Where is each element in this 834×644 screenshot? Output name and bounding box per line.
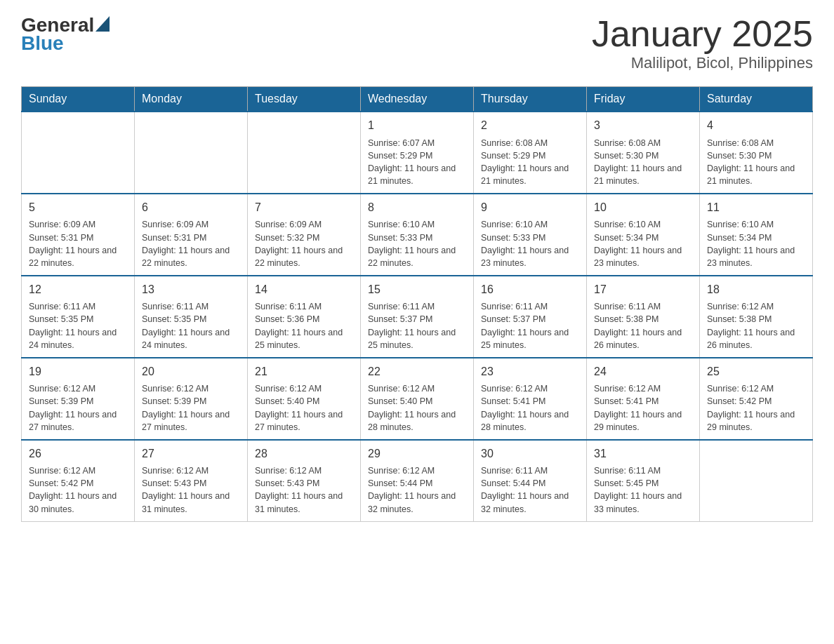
day-info: Sunrise: 6:09 AMSunset: 5:31 PMDaylight:… xyxy=(29,218,127,269)
calendar-week-row: 26Sunrise: 6:12 AMSunset: 5:42 PMDayligh… xyxy=(22,440,813,521)
day-number: 28 xyxy=(255,446,353,462)
day-info: Sunrise: 6:11 AMSunset: 5:37 PMDaylight:… xyxy=(368,300,466,351)
calendar-cell: 11Sunrise: 6:10 AMSunset: 5:34 PMDayligh… xyxy=(700,194,813,276)
calendar-cell: 16Sunrise: 6:11 AMSunset: 5:37 PMDayligh… xyxy=(474,276,587,358)
day-number: 29 xyxy=(368,446,466,462)
calendar-cell: 21Sunrise: 6:12 AMSunset: 5:40 PMDayligh… xyxy=(248,358,361,440)
calendar-cell: 17Sunrise: 6:11 AMSunset: 5:38 PMDayligh… xyxy=(587,276,700,358)
day-number: 31 xyxy=(594,446,692,462)
day-number: 13 xyxy=(142,282,240,297)
day-info: Sunrise: 6:12 AMSunset: 5:38 PMDaylight:… xyxy=(707,300,805,351)
day-number: 10 xyxy=(594,200,692,215)
calendar-cell: 24Sunrise: 6:12 AMSunset: 5:41 PMDayligh… xyxy=(587,358,700,440)
day-number: 26 xyxy=(29,446,127,462)
day-number: 25 xyxy=(707,364,805,380)
day-info: Sunrise: 6:12 AMSunset: 5:44 PMDaylight:… xyxy=(368,464,466,516)
calendar-header-thursday: Thursday xyxy=(474,87,587,112)
day-info: Sunrise: 6:12 AMSunset: 5:41 PMDaylight:… xyxy=(594,382,692,434)
day-number: 20 xyxy=(142,364,240,380)
calendar-week-row: 5Sunrise: 6:09 AMSunset: 5:31 PMDaylight… xyxy=(22,194,813,276)
day-number: 3 xyxy=(594,118,692,133)
calendar-cell: 28Sunrise: 6:12 AMSunset: 5:43 PMDayligh… xyxy=(248,440,361,521)
day-info: Sunrise: 6:12 AMSunset: 5:40 PMDaylight:… xyxy=(255,382,353,434)
calendar-week-row: 12Sunrise: 6:11 AMSunset: 5:35 PMDayligh… xyxy=(22,276,813,358)
day-number: 6 xyxy=(142,200,240,215)
day-info: Sunrise: 6:11 AMSunset: 5:44 PMDaylight:… xyxy=(481,464,579,516)
calendar-cell xyxy=(700,440,813,521)
calendar-header-saturday: Saturday xyxy=(700,87,813,112)
day-number: 14 xyxy=(255,282,353,297)
calendar-cell: 18Sunrise: 6:12 AMSunset: 5:38 PMDayligh… xyxy=(700,276,813,358)
calendar-cell xyxy=(22,112,135,194)
calendar-cell: 3Sunrise: 6:08 AMSunset: 5:30 PMDaylight… xyxy=(587,112,700,194)
day-info: Sunrise: 6:12 AMSunset: 5:41 PMDaylight:… xyxy=(481,382,579,434)
day-info: Sunrise: 6:08 AMSunset: 5:29 PMDaylight:… xyxy=(481,137,579,188)
logo: General Blue xyxy=(21,14,110,55)
day-number: 21 xyxy=(255,364,353,380)
day-info: Sunrise: 6:10 AMSunset: 5:33 PMDaylight:… xyxy=(481,218,579,269)
day-info: Sunrise: 6:11 AMSunset: 5:35 PMDaylight:… xyxy=(142,300,240,351)
calendar-cell: 9Sunrise: 6:10 AMSunset: 5:33 PMDaylight… xyxy=(474,194,587,276)
calendar-cell: 23Sunrise: 6:12 AMSunset: 5:41 PMDayligh… xyxy=(474,358,587,440)
calendar-cell: 12Sunrise: 6:11 AMSunset: 5:35 PMDayligh… xyxy=(22,276,135,358)
calendar-cell: 14Sunrise: 6:11 AMSunset: 5:36 PMDayligh… xyxy=(248,276,361,358)
calendar-cell: 31Sunrise: 6:11 AMSunset: 5:45 PMDayligh… xyxy=(587,440,700,521)
day-number: 8 xyxy=(368,200,466,215)
day-info: Sunrise: 6:12 AMSunset: 5:42 PMDaylight:… xyxy=(29,464,127,516)
calendar-cell: 30Sunrise: 6:11 AMSunset: 5:44 PMDayligh… xyxy=(474,440,587,521)
calendar-cell: 6Sunrise: 6:09 AMSunset: 5:31 PMDaylight… xyxy=(135,194,248,276)
logo-text-blue: Blue xyxy=(21,32,64,55)
day-number: 9 xyxy=(481,200,579,215)
day-number: 16 xyxy=(481,282,579,297)
calendar-header-tuesday: Tuesday xyxy=(248,87,361,112)
day-number: 30 xyxy=(481,446,579,462)
day-info: Sunrise: 6:09 AMSunset: 5:32 PMDaylight:… xyxy=(255,218,353,269)
calendar-cell: 22Sunrise: 6:12 AMSunset: 5:40 PMDayligh… xyxy=(361,358,474,440)
calendar-cell: 10Sunrise: 6:10 AMSunset: 5:34 PMDayligh… xyxy=(587,194,700,276)
calendar-cell: 20Sunrise: 6:12 AMSunset: 5:39 PMDayligh… xyxy=(135,358,248,440)
day-info: Sunrise: 6:10 AMSunset: 5:33 PMDaylight:… xyxy=(368,218,466,269)
logo-triangle-icon xyxy=(95,16,110,32)
title-area: January 2025 Malilipot, Bicol, Philippin… xyxy=(592,14,813,72)
calendar-cell: 7Sunrise: 6:09 AMSunset: 5:32 PMDaylight… xyxy=(248,194,361,276)
day-info: Sunrise: 6:10 AMSunset: 5:34 PMDaylight:… xyxy=(594,218,692,269)
day-info: Sunrise: 6:11 AMSunset: 5:36 PMDaylight:… xyxy=(255,300,353,351)
day-number: 19 xyxy=(29,364,127,380)
day-number: 5 xyxy=(29,200,127,215)
day-info: Sunrise: 6:08 AMSunset: 5:30 PMDaylight:… xyxy=(594,137,692,188)
calendar-header-sunday: Sunday xyxy=(22,87,135,112)
day-info: Sunrise: 6:12 AMSunset: 5:40 PMDaylight:… xyxy=(368,382,466,434)
calendar-header-row: SundayMondayTuesdayWednesdayThursdayFrid… xyxy=(22,87,813,112)
calendar-cell: 19Sunrise: 6:12 AMSunset: 5:39 PMDayligh… xyxy=(22,358,135,440)
day-number: 4 xyxy=(707,118,805,133)
day-info: Sunrise: 6:12 AMSunset: 5:39 PMDaylight:… xyxy=(142,382,240,434)
day-number: 7 xyxy=(255,200,353,215)
day-number: 12 xyxy=(29,282,127,297)
day-info: Sunrise: 6:10 AMSunset: 5:34 PMDaylight:… xyxy=(707,218,805,269)
day-number: 24 xyxy=(594,364,692,380)
calendar-cell: 25Sunrise: 6:12 AMSunset: 5:42 PMDayligh… xyxy=(700,358,813,440)
calendar-header-friday: Friday xyxy=(587,87,700,112)
calendar-week-row: 1Sunrise: 6:07 AMSunset: 5:29 PMDaylight… xyxy=(22,112,813,194)
day-number: 18 xyxy=(707,282,805,297)
day-number: 1 xyxy=(368,118,466,133)
day-number: 15 xyxy=(368,282,466,297)
day-info: Sunrise: 6:11 AMSunset: 5:35 PMDaylight:… xyxy=(29,300,127,351)
day-info: Sunrise: 6:09 AMSunset: 5:31 PMDaylight:… xyxy=(142,218,240,269)
day-number: 11 xyxy=(707,200,805,215)
svg-marker-0 xyxy=(95,16,110,32)
calendar-subtitle: Malilipot, Bicol, Philippines xyxy=(592,54,813,72)
calendar-cell: 8Sunrise: 6:10 AMSunset: 5:33 PMDaylight… xyxy=(361,194,474,276)
calendar-cell: 5Sunrise: 6:09 AMSunset: 5:31 PMDaylight… xyxy=(22,194,135,276)
calendar-cell xyxy=(248,112,361,194)
day-info: Sunrise: 6:12 AMSunset: 5:43 PMDaylight:… xyxy=(255,464,353,516)
calendar-cell: 29Sunrise: 6:12 AMSunset: 5:44 PMDayligh… xyxy=(361,440,474,521)
header: General Blue January 2025 Malilipot, Bic… xyxy=(21,14,813,72)
calendar-cell xyxy=(135,112,248,194)
calendar-cell: 2Sunrise: 6:08 AMSunset: 5:29 PMDaylight… xyxy=(474,112,587,194)
day-info: Sunrise: 6:11 AMSunset: 5:38 PMDaylight:… xyxy=(594,300,692,351)
day-info: Sunrise: 6:12 AMSunset: 5:42 PMDaylight:… xyxy=(707,382,805,434)
day-info: Sunrise: 6:12 AMSunset: 5:39 PMDaylight:… xyxy=(29,382,127,434)
day-number: 22 xyxy=(368,364,466,380)
calendar-week-row: 19Sunrise: 6:12 AMSunset: 5:39 PMDayligh… xyxy=(22,358,813,440)
